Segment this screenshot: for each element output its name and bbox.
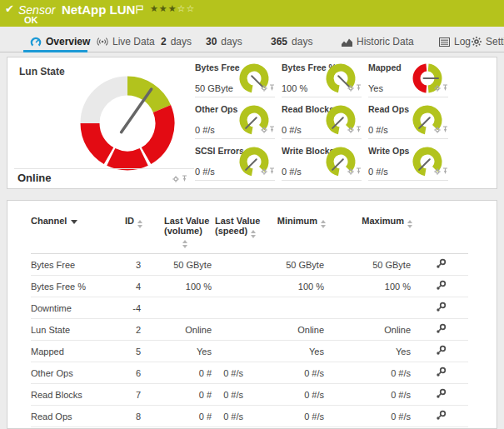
table-row[interactable]: Bytes Free % 4 100 % 100 % 100 % [31,276,468,297]
table-row[interactable]: Mapped 5 Yes Yes Yes [31,341,468,362]
tab-30-days[interactable]: 30 days [206,32,242,52]
sensor-title: NetApp LUN [62,2,135,17]
cell-id: 6 [119,362,144,384]
sensor-status-bar: ✔ Sensor NetApp LUN ★★★☆☆ OK [0,0,504,27]
table-row[interactable]: Bytes Free 3 50 GByte 50 GByte 50 GByte [31,254,468,276]
tab-label: Historic Data [357,36,414,47]
tab-historic-data[interactable]: Historic Data [342,32,414,52]
tab-label: Settings [486,36,504,47]
col-header-id[interactable]: ID [119,207,144,254]
tab-log[interactable]: Log [439,32,471,52]
cell-min: Yes [265,341,327,362]
wrench-icon[interactable] [436,345,447,357]
tab-label: Live Data [112,36,155,47]
gauge-tile-bytes-free-pct[interactable]: Bytes Free % 100 % [282,60,362,97]
gear-icon[interactable] [347,163,354,178]
sort-icon [407,220,412,228]
table-row[interactable]: Read Ops 8 0 # 0 #/s 0 #/s 0 #/s [31,406,468,427]
gauge-value: 0 #/s [195,167,215,177]
cell-speed [215,254,265,276]
pause-flag-icon[interactable] [136,2,143,17]
tab-live-data[interactable]: Live Data [97,32,155,52]
pin-icon[interactable] [356,122,362,137]
cell-id: 3 [119,254,144,276]
wrench-icon[interactable] [436,323,447,336]
table-row[interactable]: Read Blocks 7 0 # 0 #/s 0 #/s 0 #/s [31,384,468,406]
channels-table: Channel ID Last Value (volume) Last Valu… [31,207,468,429]
cell-max: Online [327,319,414,341]
gear-icon[interactable] [434,163,441,178]
divider [14,168,194,169]
wrench-icon[interactable] [436,388,447,401]
table-row[interactable]: Other Ops 6 0 # 0 #/s 0 #/s 0 #/s [31,362,468,384]
gauge-tile-write-ops[interactable]: Write Ops 0 #/s [368,143,448,181]
cell-min: 50 GByte [265,254,327,276]
priority-stars[interactable]: ★★★☆☆ [150,3,195,14]
wrench-icon[interactable] [436,258,447,271]
gear-icon[interactable] [261,122,267,137]
wrench-icon[interactable] [436,367,447,379]
gauge-tile-scsi-errors[interactable]: SCSI Errors 0 #/s [195,143,275,181]
cell-speed: 0 #/s [215,384,265,406]
table-row[interactable]: Downtime -4 [31,297,468,319]
pin-icon[interactable] [269,80,275,95]
cell-volume [144,297,215,319]
pin-icon[interactable] [269,163,275,178]
col-header-maximum[interactable]: Maximum [327,207,414,254]
tab-2-days[interactable]: 2 days [161,32,192,52]
col-header-channel[interactable]: Channel [31,207,119,254]
cell-max: 100 % [327,276,414,297]
cell-volume: 100 % [144,276,215,297]
col-header-last-value-speed[interactable]: Last Value (speed) [215,207,265,254]
cell-channel: Bytes Free [31,254,119,276]
col-header-minimum[interactable]: Minimum [265,207,327,254]
wrench-icon[interactable] [436,280,447,292]
chart-icon [342,37,352,47]
gauge-tile-bytes-free[interactable]: Bytes Free 50 GByte [195,60,275,97]
tab-label: Log [454,36,471,47]
gear-icon[interactable] [261,80,267,95]
pin-icon[interactable] [442,80,448,95]
gear-icon[interactable] [434,122,441,137]
gear-icon[interactable] [347,122,354,137]
gauges-panel: Lun State Online Bytes Free [7,57,497,189]
cell-speed [215,297,265,319]
gear-icon[interactable] [261,163,267,178]
gauge-tile-mapped[interactable]: Mapped Yes [368,60,448,97]
gauge-tile-read-ops[interactable]: Read Ops 0 #/s [368,102,448,139]
tab-365-days[interactable]: 365 days [271,32,312,52]
gauge-tile-write-blocks[interactable]: Write Blocks 0 #/s [282,143,362,181]
cell-speed [215,319,265,341]
cell-max: 0 #/s [327,362,414,384]
cell-speed [215,341,265,362]
gear-icon[interactable] [347,80,354,95]
tab-overview[interactable]: Overview [30,32,90,52]
gear-icon[interactable] [434,80,441,95]
gauge-label: Mapped [368,62,402,72]
tab-settings[interactable]: Settings [472,32,504,52]
gauge-value: Online [17,172,51,184]
cell-channel: Lun State [31,319,119,341]
chevron-down-icon [71,220,77,224]
pin-icon[interactable] [442,163,448,178]
col-header-last-value-volume[interactable]: Last Value (volume) [144,207,215,254]
pin-icon[interactable] [182,171,187,186]
wrench-icon[interactable] [436,410,447,422]
gear-icon[interactable] [172,171,179,186]
pin-icon[interactable] [356,80,362,95]
wrench-icon[interactable] [436,302,447,314]
cell-id: 7 [119,384,144,406]
sensor-status-text: OK [24,15,38,25]
pin-icon[interactable] [269,122,275,137]
cell-speed: 0 #/s [215,362,265,384]
cell-volume: 0 # [144,406,215,427]
gauge-value: 0 #/s [368,167,388,177]
gauge-value: 0 #/s [282,125,302,135]
pin-icon[interactable] [442,122,448,137]
gauge-tile-other-ops[interactable]: Other Ops 0 #/s [195,102,275,139]
cell-volume: 0 # [144,362,215,384]
pin-icon[interactable] [356,163,362,178]
gauge-value: 0 #/s [195,125,215,135]
gauge-tile-read-blocks[interactable]: Read Blocks 0 #/s [282,102,362,139]
table-row[interactable]: Lun State 2 Online Online Online [31,319,468,341]
